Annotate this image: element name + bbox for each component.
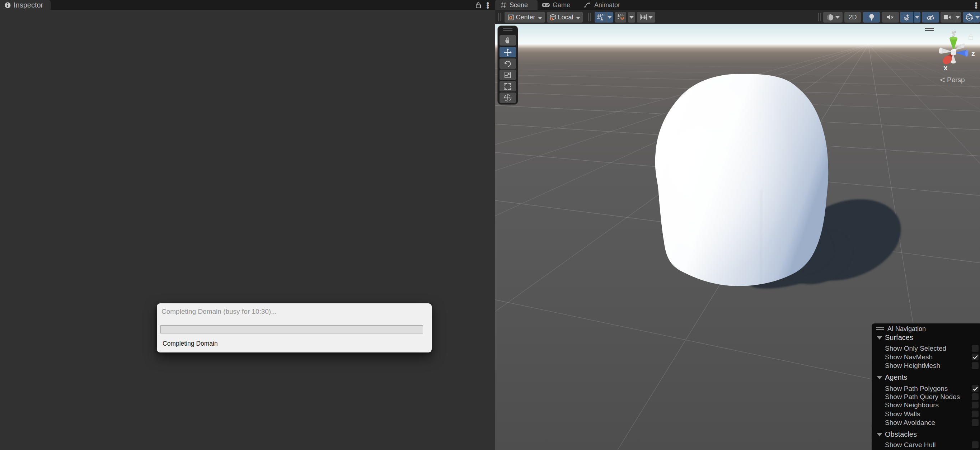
svg-text:y: y [951,29,956,36]
svg-text:z: z [971,49,975,57]
svg-text:x: x [943,64,947,72]
